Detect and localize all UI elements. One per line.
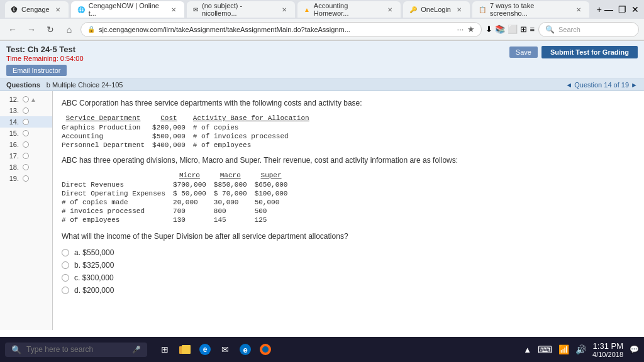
choice-b-radio[interactable] bbox=[62, 261, 69, 269]
question-item-18[interactable]: 18. bbox=[0, 162, 52, 173]
restore-btn[interactable]: ❐ bbox=[618, 4, 626, 14]
url-bar[interactable]: 🔒 sjc.cengagenow.com/ilrn/takeAssignment… bbox=[80, 22, 482, 37]
home-btn[interactable]: ⌂ bbox=[62, 22, 77, 37]
q-radio-19[interactable] bbox=[23, 175, 29, 182]
question-item-16[interactable]: 16. bbox=[0, 139, 52, 150]
tab-accounting[interactable]: ▲ Accounting Homewor... ✕ bbox=[297, 1, 401, 18]
question-item-13[interactable]: 13. bbox=[0, 105, 52, 116]
ops-r1-c1: $700,000 bbox=[173, 180, 214, 189]
taskbar-search[interactable]: 🔍 🎤 bbox=[5, 343, 147, 357]
q-radio-13[interactable] bbox=[23, 107, 29, 114]
question-item-17[interactable]: 17. bbox=[0, 150, 52, 162]
submit-button[interactable]: Submit Test for Grading bbox=[541, 46, 638, 58]
choice-c[interactable]: c. $300,000 bbox=[62, 273, 635, 282]
email-instructor-button[interactable]: Email Instructor bbox=[6, 65, 67, 76]
ops-r5-c3: 125 bbox=[255, 216, 296, 224]
question-item-14[interactable]: 14. bbox=[0, 116, 52, 128]
choice-a-radio[interactable] bbox=[62, 249, 69, 256]
browser-search-bar[interactable]: 🔍 Search bbox=[538, 22, 639, 37]
taskbar-up-icon[interactable]: ▲ bbox=[523, 345, 531, 354]
service-cost-1: $200,000 bbox=[152, 123, 193, 132]
timer-value: 0:54:00 bbox=[60, 55, 84, 62]
ops-col-super: Super bbox=[255, 171, 296, 180]
q-expand-12: ▲ bbox=[30, 96, 36, 103]
tab-onelogin-close[interactable]: ✕ bbox=[455, 6, 464, 14]
tab-mail-label: (no subject) - nicollemo... bbox=[202, 2, 276, 17]
choice-b-label: b. $325,000 bbox=[74, 261, 114, 270]
browser-search-label: Search bbox=[558, 26, 580, 33]
ops-r5-c2: 145 bbox=[214, 216, 255, 224]
question-nav[interactable]: ◄ Question 14 of 19 ► bbox=[565, 81, 638, 89]
q-radio-16[interactable] bbox=[23, 141, 29, 148]
ops-col-macro: Macro bbox=[214, 171, 255, 180]
save-button[interactable]: Save bbox=[509, 47, 538, 58]
tab-7ways-close[interactable]: ✕ bbox=[574, 6, 583, 14]
choice-d[interactable]: d. $200,000 bbox=[62, 286, 635, 295]
ops-row-5: # of employees 130 145 125 bbox=[62, 216, 295, 224]
notifications-icon[interactable]: 💬 bbox=[630, 345, 639, 354]
tab-mail-close[interactable]: ✕ bbox=[280, 6, 289, 14]
service-activity-2: # of invoices processed bbox=[193, 132, 317, 141]
service-activity-3: # of employees bbox=[193, 141, 317, 150]
ops-row-3: # of copies made 20,000 30,000 50,000 bbox=[62, 198, 295, 207]
tab-onelogin[interactable]: 🔑 OneLogin ✕ bbox=[403, 1, 470, 18]
choice-c-radio[interactable] bbox=[62, 274, 69, 282]
tab-accounting-label: Accounting Homewor... bbox=[314, 2, 382, 17]
svg-text:e: e bbox=[203, 345, 208, 354]
forward-btn[interactable]: → bbox=[24, 22, 39, 37]
ops-r1-c0: Direct Revenues bbox=[62, 180, 173, 189]
tab-cengagenow[interactable]: 🌐 CengageNOW | Online t... ✕ bbox=[71, 1, 184, 18]
taskbar-system-icons: ⊞ e ✉ e bbox=[156, 341, 274, 358]
taskbar-right: ▲ ⌨ 📶 🔊 1:31 PM 4/10/2018 💬 bbox=[523, 341, 639, 358]
download-icon[interactable]: ⬇ bbox=[486, 25, 492, 34]
tab-accounting-close[interactable]: ✕ bbox=[386, 6, 394, 14]
main-layout: 12. ▲ 13. 14. 15. 16. 17. 18. 19. bbox=[0, 91, 644, 330]
choice-c-label: c. $300,000 bbox=[74, 273, 114, 282]
ops-r4-c0: # invoices processed bbox=[62, 207, 173, 216]
tab-cengage-close[interactable]: ✕ bbox=[53, 6, 62, 14]
new-tab-btn[interactable]: + bbox=[597, 4, 602, 14]
taskbar-search-input[interactable] bbox=[26, 345, 127, 354]
taskbar-edge[interactable]: e bbox=[236, 341, 254, 358]
ops-r3-c0: # of copies made bbox=[62, 198, 173, 207]
choice-b[interactable]: b. $325,000 bbox=[62, 261, 635, 270]
question-text: What will the income of the Super Divisi… bbox=[62, 231, 635, 242]
back-btn[interactable]: ← bbox=[5, 22, 20, 37]
choice-a[interactable]: a. $550,000 bbox=[62, 248, 635, 257]
q-radio-15[interactable] bbox=[23, 130, 29, 136]
q-radio-14[interactable] bbox=[23, 119, 29, 125]
menu-icon[interactable]: ≡ bbox=[530, 25, 535, 34]
bookmarks-icon[interactable]: 📚 bbox=[495, 25, 505, 34]
screenshot-icon[interactable]: ⬜ bbox=[508, 25, 518, 34]
tab-cengage[interactable]: 🅒 Cengage ✕ bbox=[5, 1, 69, 18]
taskbar-file-explorer[interactable] bbox=[176, 341, 194, 358]
close-btn[interactable]: ✕ bbox=[631, 4, 639, 14]
fullscreen-icon[interactable]: ⊞ bbox=[520, 25, 527, 34]
choice-d-radio[interactable] bbox=[62, 287, 69, 294]
keyboard-icon: ⌨ bbox=[538, 344, 552, 356]
q-radio-12[interactable] bbox=[23, 96, 29, 102]
minimize-btn[interactable]: — bbox=[604, 4, 613, 14]
q-radio-17[interactable] bbox=[23, 153, 29, 159]
tab-7ways[interactable]: 📋 7 ways to take screensho... ✕ bbox=[472, 1, 589, 18]
refresh-btn[interactable]: ↻ bbox=[43, 22, 58, 37]
tab-mail[interactable]: ✉ (no subject) - nicollemo... ✕ bbox=[187, 1, 295, 18]
taskbar-firefox[interactable] bbox=[257, 341, 274, 358]
ops-r1-c3: $650,000 bbox=[255, 180, 296, 189]
app-title: Test: Ch 24-5 Test bbox=[6, 45, 84, 54]
service-row-3: Personnel Department $400,000 # of emplo… bbox=[62, 141, 317, 150]
service-row-1: Graphics Production $200,000 # of copies bbox=[62, 123, 317, 132]
tab-cengagenow-close[interactable]: ✕ bbox=[169, 6, 178, 14]
nav-bar: ← → ↻ ⌂ 🔒 sjc.cengagenow.com/ilrn/takeAs… bbox=[0, 19, 644, 40]
ops-col-micro: Micro bbox=[173, 171, 214, 180]
taskbar-mail[interactable]: ✉ bbox=[216, 341, 234, 358]
taskbar-browser[interactable]: e bbox=[196, 341, 214, 358]
question-item-15[interactable]: 15. bbox=[0, 128, 52, 139]
intro-text: ABC Corporation has three service depart… bbox=[62, 97, 635, 109]
question-item-12[interactable]: 12. ▲ bbox=[0, 94, 52, 105]
question-item-19[interactable]: 19. bbox=[0, 173, 52, 184]
taskbar-task-view[interactable]: ⊞ bbox=[156, 341, 174, 358]
nav-icons: ⬇ 📚 ⬜ ⊞ ≡ bbox=[486, 25, 535, 34]
service-dept-2: Accounting bbox=[62, 132, 152, 141]
q-radio-18[interactable] bbox=[23, 164, 29, 170]
